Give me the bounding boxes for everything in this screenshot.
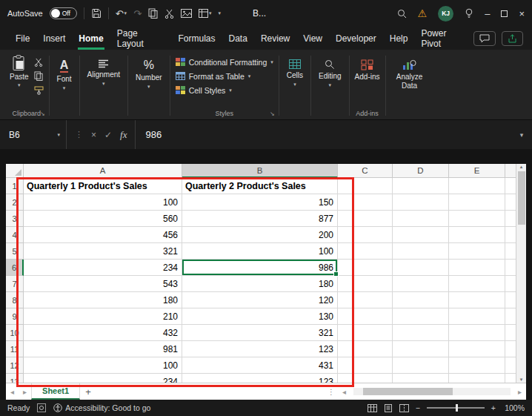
cell-B8[interactable]: 120 <box>182 292 338 308</box>
cell-D8[interactable] <box>393 292 449 308</box>
menu-item-file[interactable]: File <box>9 27 36 50</box>
row-header-11[interactable]: 11 <box>6 341 24 357</box>
menu-item-power-pivot[interactable]: Power Pivot <box>414 27 473 50</box>
menu-item-insert[interactable]: Insert <box>36 27 72 50</box>
cell-B3[interactable]: 877 <box>182 211 338 227</box>
cell-D5[interactable] <box>393 243 449 260</box>
cell-C3[interactable] <box>338 211 393 227</box>
cell-A10[interactable]: 432 <box>24 325 182 341</box>
cell-B2[interactable]: 150 <box>182 194 338 211</box>
paste-button[interactable]: Paste ▾ <box>10 53 29 96</box>
cell-D12[interactable] <box>393 357 449 374</box>
cell-E13[interactable] <box>449 374 505 383</box>
minimize-button[interactable]: – <box>485 8 490 19</box>
row-header-9[interactable]: 9 <box>6 308 24 325</box>
cell-D2[interactable] <box>393 194 449 211</box>
copy-button-icon[interactable] <box>34 70 44 82</box>
cell-C12[interactable] <box>338 357 393 374</box>
column-header-D[interactable]: D <box>393 164 449 178</box>
hscroll-thumb[interactable] <box>363 388 453 395</box>
cell-E12[interactable] <box>449 357 505 374</box>
sheet-nav-left-icon[interactable]: ◂ <box>6 388 19 396</box>
cell-B6[interactable]: 986 <box>182 260 338 276</box>
cell-D7[interactable] <box>393 276 449 292</box>
cell-E11[interactable] <box>449 341 505 357</box>
undo-icon[interactable]: ↶▾ <box>116 8 127 19</box>
row-header-12[interactable]: 12 <box>6 357 24 374</box>
cell-A3[interactable]: 560 <box>24 211 182 227</box>
cell-D13[interactable] <box>393 374 449 383</box>
cell-C1[interactable] <box>338 178 393 194</box>
cell-A5[interactable]: 321 <box>24 243 182 260</box>
styles-dialog-launcher-icon[interactable]: ↘ <box>270 110 275 117</box>
row-header-13[interactable]: 13 <box>6 374 24 383</box>
cell-B5[interactable]: 100 <box>182 243 338 260</box>
page-layout-view-icon[interactable] <box>384 404 393 412</box>
zoom-in-button[interactable]: + <box>491 403 496 412</box>
cell-B9[interactable]: 130 <box>182 308 338 325</box>
zoom-level[interactable]: 100% <box>502 403 525 412</box>
format-as-table-button[interactable]: Format as Table ▾ <box>176 69 273 83</box>
number-group-button[interactable]: % Number ▾ <box>128 52 170 119</box>
cell-A12[interactable]: 100 <box>24 357 182 374</box>
hscroll-track[interactable] <box>353 388 511 395</box>
cell-B12[interactable]: 431 <box>182 357 338 374</box>
formula-bar-expand-icon[interactable]: ▾ <box>511 120 532 149</box>
zoom-slider[interactable] <box>427 407 485 409</box>
cell-D11[interactable] <box>393 341 449 357</box>
cell-A6[interactable]: 234 <box>24 260 182 276</box>
cell-A4[interactable]: 456 <box>24 227 182 243</box>
cell-C2[interactable] <box>338 194 393 211</box>
menu-item-page-layout[interactable]: Page Layout <box>110 27 172 50</box>
user-avatar[interactable]: KJ <box>438 6 453 22</box>
pivot-table-icon[interactable]: ▾ <box>199 9 212 18</box>
accessibility-status[interactable]: Accessibility: Good to go <box>53 403 150 412</box>
menu-item-data[interactable]: Data <box>222 27 254 50</box>
cell-B13[interactable]: 123 <box>182 374 338 383</box>
copy-icon[interactable] <box>148 8 158 19</box>
row-header-8[interactable]: 8 <box>6 292 24 308</box>
cell-E8[interactable] <box>449 292 505 308</box>
autosave-toggle[interactable]: Off <box>50 7 77 19</box>
cell-C9[interactable] <box>338 308 393 325</box>
addins-button[interactable]: Add-ins <box>355 53 380 82</box>
cell-C5[interactable] <box>338 243 393 260</box>
cell-D4[interactable] <box>393 227 449 243</box>
comments-button[interactable] <box>473 31 496 46</box>
cells-group-button[interactable]: Cells ▾ <box>279 52 310 119</box>
cell-A1[interactable]: Quarterly 1 Product's Sales <box>24 178 182 194</box>
row-header-2[interactable]: 2 <box>6 194 24 211</box>
column-header-C[interactable]: C <box>338 164 393 178</box>
menu-item-view[interactable]: View <box>296 27 329 50</box>
sheet-tab-sheet1[interactable]: Sheet1 <box>31 383 80 400</box>
cell-D10[interactable] <box>393 325 449 341</box>
cancel-entry-icon[interactable]: × <box>91 130 96 140</box>
cell-C8[interactable] <box>338 292 393 308</box>
alert-warning-icon[interactable]: ⚠ <box>418 7 428 19</box>
cell-E10[interactable] <box>449 325 505 341</box>
editing-group-button[interactable]: Editing ▾ <box>311 52 349 119</box>
row-header-10[interactable]: 10 <box>6 325 24 341</box>
cell-E7[interactable] <box>449 276 505 292</box>
undo-dropdown-icon[interactable]: ▾ <box>124 10 127 16</box>
cell-C6[interactable] <box>338 260 393 276</box>
cell-A2[interactable]: 100 <box>24 194 182 211</box>
row-header-3[interactable]: 3 <box>6 211 24 227</box>
cell-E9[interactable] <box>449 308 505 325</box>
pivot-dropdown-icon[interactable]: ▾ <box>209 10 212 16</box>
cell-B1[interactable]: Quarterly 2 Product's Sales <box>182 178 338 194</box>
cell-styles-button[interactable]: Cell Styles ▾ <box>176 83 273 97</box>
menu-item-help[interactable]: Help <box>383 27 415 50</box>
cell-C10[interactable] <box>338 325 393 341</box>
menu-item-formulas[interactable]: Formulas <box>172 27 222 50</box>
cell-B7[interactable]: 180 <box>182 276 338 292</box>
picture-icon[interactable] <box>181 9 192 18</box>
zoom-slider-knob[interactable] <box>456 404 458 412</box>
row-header-7[interactable]: 7 <box>6 276 24 292</box>
cell-C13[interactable] <box>338 374 393 383</box>
quick-access-customize-icon[interactable]: ▾ <box>219 10 222 16</box>
enter-entry-icon[interactable]: ✓ <box>104 130 112 140</box>
cell-E1[interactable] <box>449 178 505 194</box>
column-header-B[interactable]: B <box>182 164 338 178</box>
cell-A11[interactable]: 981 <box>24 341 182 357</box>
